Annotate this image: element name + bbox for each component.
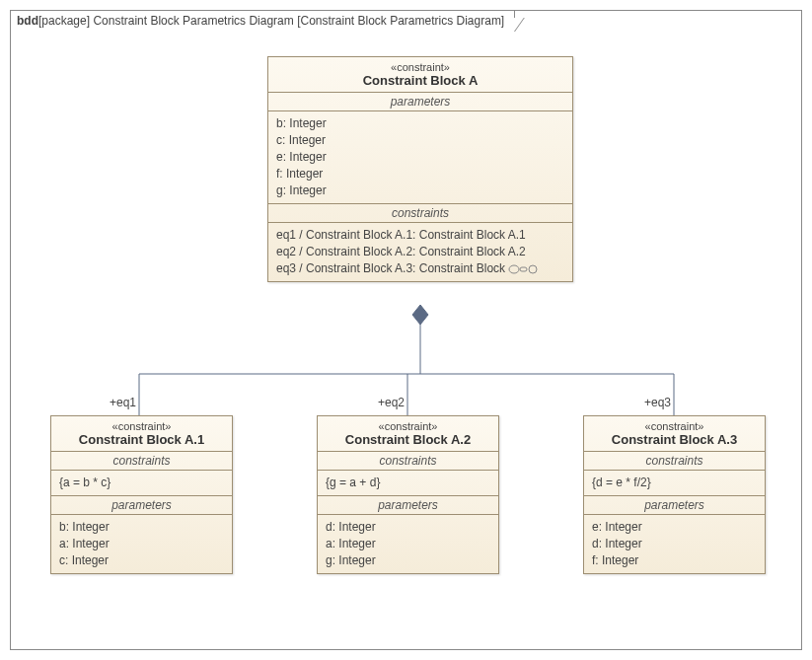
parameters-list: d: Integer a: Integer g: Integer (318, 515, 498, 573)
svg-point-0 (509, 265, 519, 273)
parameters-list: b: Integer a: Integer c: Integer (51, 515, 232, 573)
diagram-bracket: [Constraint Block Parametrics Diagram] (297, 14, 504, 28)
block-name: Constraint Block A.2 (324, 432, 492, 447)
diagram-kind: bdd (17, 14, 38, 28)
parameter: g: Integer (276, 183, 564, 199)
diagram-scope: [package] (38, 14, 90, 28)
parameters-list: e: Integer d: Integer f: Integer (584, 515, 765, 573)
parameter: c: Integer (276, 132, 564, 149)
block-name: Constraint Block A (274, 73, 566, 88)
parameters-title: parameters (318, 496, 498, 515)
diagram-header: bdd[package] Constraint Block Parametric… (10, 10, 515, 31)
diagram-frame: bdd[package] Constraint Block Parametric… (10, 10, 802, 650)
constraint-block-a1[interactable]: «constraint» Constraint Block A.1 constr… (50, 415, 233, 574)
role-eq2: +eq2 (378, 396, 405, 409)
role-eq3: +eq3 (644, 396, 671, 409)
parameter: a: Integer (326, 536, 490, 552)
constraint-ref: eq2 / Constraint Block A.2: Constraint B… (276, 244, 564, 260)
constraints-title: constraints (268, 204, 572, 223)
diagram-title: Constraint Block Parametrics Diagram (93, 14, 293, 28)
parameter: f: Integer (592, 552, 757, 569)
constraints-title: constraints (584, 452, 765, 471)
constraint-block-a3[interactable]: «constraint» Constraint Block A.3 constr… (583, 415, 766, 574)
constraints-list: {d = e * f/2} (584, 471, 765, 496)
constraints-list: {g = a + d} (318, 471, 498, 496)
parameters-title: parameters (268, 93, 572, 111)
constraints-title: constraints (318, 452, 498, 471)
constraint-expr: {g = a + d} (326, 475, 490, 491)
constraints-title: constraints (51, 452, 232, 471)
constraints-list: {a = b * c} (51, 471, 232, 496)
parameter: b: Integer (59, 519, 224, 536)
parameter: d: Integer (326, 519, 490, 536)
parameters-list: b: Integer c: Integer e: Integer f: Inte… (268, 111, 572, 204)
constraint-ref: eq1 / Constraint Block A.1: Constraint B… (276, 227, 564, 244)
svg-point-2 (529, 265, 537, 273)
parameter: a: Integer (59, 536, 224, 552)
stereotype-label: «constraint» (57, 420, 226, 432)
constraint-ref: eq3 / Constraint Block A.3: Constraint B… (276, 260, 564, 277)
constraint-block-a[interactable]: «constraint» Constraint Block A paramete… (267, 56, 573, 282)
stereotype-label: «constraint» (274, 61, 566, 73)
parameter: g: Integer (326, 552, 490, 569)
navigate-icon[interactable] (508, 260, 538, 277)
constraint-expr: {d = e * f/2} (592, 475, 757, 491)
stereotype-label: «constraint» (590, 420, 759, 432)
parameter: f: Integer (276, 166, 564, 183)
constraint-expr: {a = b * c} (59, 475, 224, 491)
parameters-title: parameters (584, 496, 765, 515)
parameter: b: Integer (276, 115, 564, 132)
parameter: e: Integer (276, 149, 564, 166)
svg-marker-8 (412, 305, 428, 325)
parameters-title: parameters (51, 496, 232, 515)
constraint-block-a2[interactable]: «constraint» Constraint Block A.2 constr… (317, 415, 499, 574)
role-eq1: +eq1 (110, 396, 136, 409)
stereotype-label: «constraint» (324, 420, 492, 432)
parameter: e: Integer (592, 519, 757, 536)
block-name: Constraint Block A.1 (57, 432, 226, 447)
parameter: c: Integer (59, 552, 224, 569)
svg-rect-1 (520, 267, 527, 271)
block-name: Constraint Block A.3 (590, 432, 759, 447)
constraints-list: eq1 / Constraint Block A.1: Constraint B… (268, 223, 572, 281)
parameter: d: Integer (592, 536, 757, 552)
